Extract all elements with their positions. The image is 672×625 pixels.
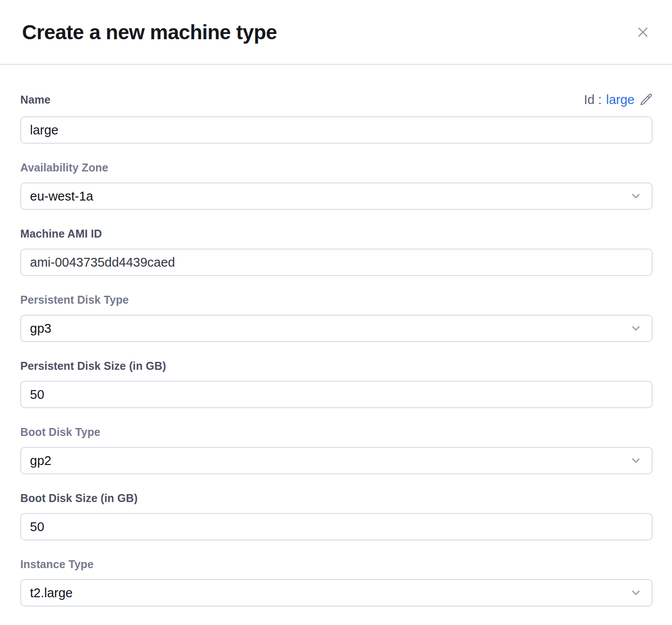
persistent-disk-type-select[interactable]: gp3 <box>20 315 653 342</box>
name-label: Name <box>20 94 51 105</box>
boot-disk-size-label: Boot Disk Size (in GB) <box>20 493 653 504</box>
boot-disk-size-input[interactable] <box>20 513 653 540</box>
persistent-disk-size-label: Persistent Disk Size (in GB) <box>20 361 653 372</box>
field-group-machine-ami-id: Machine AMI ID <box>20 228 653 276</box>
id-prefix-label: Id : <box>584 93 601 107</box>
pencil-icon <box>639 93 653 107</box>
id-display: Id : large <box>584 93 653 107</box>
id-value: large <box>606 93 635 107</box>
modal-header: Create a new machine type <box>0 0 672 65</box>
machine-ami-id-label: Machine AMI ID <box>20 228 653 239</box>
availability-zone-label: Availability Zone <box>20 162 653 173</box>
field-group-persistent-disk-size: Persistent Disk Size (in GB) <box>20 361 653 408</box>
name-input[interactable] <box>20 116 653 144</box>
modal-title: Create a new machine type <box>22 20 277 44</box>
field-group-instance-type: Instance Type t2.large <box>20 559 653 606</box>
chevron-down-icon <box>630 322 642 335</box>
modal-body: Name Id : large <box>0 65 672 625</box>
boot-disk-type-label: Boot Disk Type <box>20 427 653 438</box>
instance-type-value: t2.large <box>30 586 73 600</box>
field-group-availability-zone: Availability Zone eu-west-1a <box>20 162 653 210</box>
machine-ami-id-input[interactable] <box>20 249 653 276</box>
persistent-disk-type-label: Persistent Disk Type <box>20 294 653 305</box>
field-group-persistent-disk-type: Persistent Disk Type gp3 <box>20 294 653 342</box>
close-icon <box>635 25 650 40</box>
instance-type-select[interactable]: t2.large <box>20 579 653 606</box>
boot-disk-type-select[interactable]: gp2 <box>20 447 653 474</box>
persistent-disk-type-value: gp3 <box>30 321 51 336</box>
name-label-row: Name Id : large <box>20 93 653 107</box>
field-group-boot-disk-size: Boot Disk Size (in GB) <box>20 493 653 540</box>
availability-zone-select[interactable]: eu-west-1a <box>20 182 653 210</box>
chevron-down-icon <box>630 587 642 599</box>
availability-zone-value: eu-west-1a <box>30 189 93 204</box>
instance-type-label: Instance Type <box>20 559 653 570</box>
chevron-down-icon <box>630 190 642 202</box>
boot-disk-type-value: gp2 <box>30 454 51 468</box>
chevron-down-icon <box>630 454 642 467</box>
close-button[interactable] <box>633 22 653 42</box>
field-group-boot-disk-type: Boot Disk Type gp2 <box>20 427 653 474</box>
edit-id-button[interactable] <box>639 93 653 107</box>
create-machine-type-modal: Create a new machine type Name Id : larg… <box>0 0 672 625</box>
persistent-disk-size-input[interactable] <box>20 381 653 408</box>
field-group-name: Name Id : large <box>20 93 653 144</box>
